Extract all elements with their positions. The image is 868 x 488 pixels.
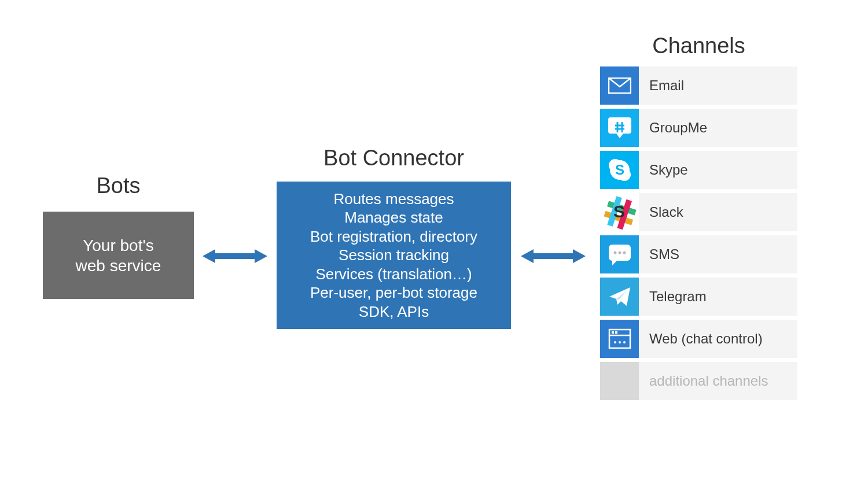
groupme-icon (600, 109, 639, 147)
channel-row-skype: S Skype (600, 151, 797, 189)
channel-label: Email (639, 66, 797, 105)
svg-rect-25 (612, 331, 614, 334)
channel-label: Slack (639, 193, 797, 231)
connector-line: Session tracking (339, 246, 449, 265)
connector-line: SDK, APIs (359, 302, 429, 321)
svg-text:S: S (615, 162, 624, 178)
connector-box: Routes messages Manages state Bot regist… (277, 182, 511, 329)
channels-list: Email GroupMe S Skype (600, 66, 797, 404)
channel-label: GroupMe (639, 109, 797, 147)
svg-marker-1 (521, 249, 586, 263)
channel-row-additional: additional channels (600, 362, 797, 400)
channel-label: Telegram (639, 278, 797, 316)
blank-icon (600, 362, 639, 400)
svg-point-29 (623, 341, 626, 343)
connector-title: Bot Connector (277, 146, 511, 171)
connector-line: Bot registration, directory (310, 227, 477, 246)
connector-line: Services (translation…) (315, 265, 472, 284)
channel-label: Skype (639, 151, 797, 189)
svg-point-20 (623, 252, 626, 254)
connector-line: Manages state (344, 208, 443, 227)
bots-box-line2: web service (76, 256, 161, 276)
svg-point-28 (619, 341, 621, 343)
connector-line: Routes messages (333, 190, 454, 209)
web-chat-icon (600, 320, 639, 358)
channel-row-telegram: Telegram (600, 278, 797, 316)
channel-label: additional channels (639, 362, 797, 400)
svg-text:S: S (613, 202, 625, 221)
bots-box: Your bot's web service (43, 212, 194, 299)
channel-label: SMS (639, 235, 797, 273)
channel-row-sms: SMS (600, 235, 797, 273)
svg-point-27 (614, 341, 616, 343)
svg-rect-26 (615, 331, 617, 334)
telegram-icon (600, 278, 639, 316)
channel-row-slack: S Slack (600, 193, 797, 231)
bots-title: Bots (43, 173, 194, 198)
channels-title: Channels (600, 34, 797, 58)
svg-point-19 (618, 252, 621, 254)
slack-icon: S (600, 193, 639, 231)
svg-marker-17 (612, 260, 618, 265)
svg-point-18 (613, 252, 616, 254)
channel-row-email: Email (600, 66, 797, 105)
sms-icon (600, 235, 639, 273)
connector-line: Per-user, per-bot storage (310, 283, 477, 302)
bidirectional-arrow-icon (203, 247, 267, 265)
channel-label: Web (chat control) (639, 320, 797, 358)
channel-row-web: Web (chat control) (600, 320, 797, 358)
channel-row-groupme: GroupMe (600, 109, 797, 147)
svg-marker-0 (203, 249, 267, 263)
bidirectional-arrow-icon (521, 247, 586, 265)
skype-icon: S (600, 151, 639, 189)
bots-box-line1: Your bot's (76, 235, 161, 256)
email-icon (600, 66, 639, 105)
